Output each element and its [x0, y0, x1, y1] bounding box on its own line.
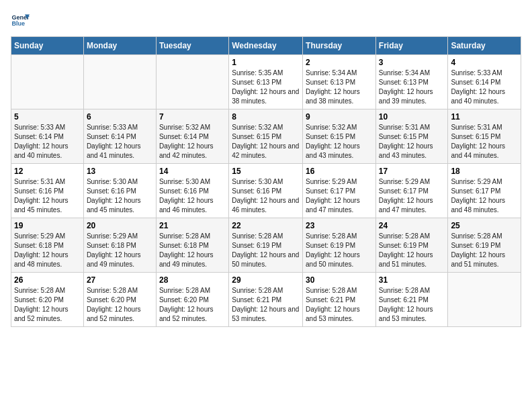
day-info: Sunrise: 5:30 AMSunset: 6:16 PMDaylight:…	[232, 177, 300, 215]
day-number: 6	[87, 112, 153, 122]
day-info: Sunrise: 5:32 AMSunset: 6:15 PMDaylight:…	[306, 123, 373, 161]
day-number: 10	[379, 112, 445, 122]
day-number: 3	[379, 58, 445, 67]
logo: General Blue	[11, 11, 32, 30]
day-header: Sunday	[11, 37, 84, 55]
day-info: Sunrise: 5:28 AMSunset: 6:21 PMDaylight:…	[232, 286, 300, 324]
calendar-cell: 25Sunrise: 5:28 AMSunset: 6:19 PMDayligh…	[448, 218, 521, 273]
calendar-cell: 14Sunrise: 5:30 AMSunset: 6:16 PMDayligh…	[156, 164, 228, 218]
svg-text:Blue: Blue	[11, 20, 25, 27]
calendar-cell: 1Sunrise: 5:35 AMSunset: 6:13 PMDaylight…	[229, 55, 303, 109]
day-info: Sunrise: 5:34 AMSunset: 6:13 PMDaylight:…	[379, 68, 445, 106]
calendar-cell: 22Sunrise: 5:28 AMSunset: 6:19 PMDayligh…	[229, 218, 303, 273]
calendar-week-row: 12Sunrise: 5:31 AMSunset: 6:16 PMDayligh…	[11, 164, 521, 218]
calendar-cell: 18Sunrise: 5:29 AMSunset: 6:17 PMDayligh…	[448, 164, 521, 218]
day-number: 2	[306, 58, 373, 67]
calendar-week-row: 5Sunrise: 5:33 AMSunset: 6:14 PMDaylight…	[11, 109, 521, 164]
calendar-cell: 15Sunrise: 5:30 AMSunset: 6:16 PMDayligh…	[229, 164, 303, 218]
header-row: SundayMondayTuesdayWednesdayThursdayFrid…	[11, 37, 521, 55]
day-number: 22	[232, 221, 300, 230]
day-number: 4	[451, 58, 518, 67]
day-number: 12	[14, 167, 81, 176]
calendar-cell: 17Sunrise: 5:29 AMSunset: 6:17 PMDayligh…	[375, 164, 448, 218]
calendar-cell: 20Sunrise: 5:29 AMSunset: 6:18 PMDayligh…	[83, 218, 156, 273]
day-number: 18	[451, 167, 518, 176]
calendar-cell: 6Sunrise: 5:33 AMSunset: 6:14 PMDaylight…	[83, 109, 156, 164]
day-header: Monday	[83, 37, 156, 55]
day-number: 7	[159, 112, 226, 122]
day-header: Tuesday	[156, 37, 228, 55]
calendar-cell: 4Sunrise: 5:33 AMSunset: 6:14 PMDaylight…	[448, 55, 521, 109]
day-number: 20	[87, 221, 153, 230]
calendar-cell: 5Sunrise: 5:33 AMSunset: 6:14 PMDaylight…	[11, 109, 84, 164]
calendar-cell	[11, 55, 84, 109]
calendar-cell: 3Sunrise: 5:34 AMSunset: 6:13 PMDaylight…	[375, 55, 448, 109]
day-number: 9	[306, 112, 373, 122]
day-number: 1	[232, 58, 300, 67]
day-number: 16	[306, 167, 373, 176]
day-info: Sunrise: 5:28 AMSunset: 6:20 PMDaylight:…	[87, 286, 153, 324]
day-number: 15	[232, 167, 300, 176]
calendar-cell: 10Sunrise: 5:31 AMSunset: 6:15 PMDayligh…	[375, 109, 448, 164]
calendar-week-row: 1Sunrise: 5:35 AMSunset: 6:13 PMDaylight…	[11, 55, 521, 109]
calendar-cell: 12Sunrise: 5:31 AMSunset: 6:16 PMDayligh…	[11, 164, 84, 218]
calendar-cell: 23Sunrise: 5:28 AMSunset: 6:19 PMDayligh…	[303, 218, 376, 273]
day-info: Sunrise: 5:31 AMSunset: 6:16 PMDaylight:…	[14, 177, 81, 215]
calendar-cell: 27Sunrise: 5:28 AMSunset: 6:20 PMDayligh…	[83, 273, 156, 327]
day-info: Sunrise: 5:33 AMSunset: 6:14 PMDaylight:…	[14, 123, 81, 161]
day-info: Sunrise: 5:31 AMSunset: 6:15 PMDaylight:…	[451, 123, 518, 161]
day-info: Sunrise: 5:29 AMSunset: 6:17 PMDaylight:…	[451, 177, 518, 215]
day-header: Wednesday	[229, 37, 303, 55]
day-number: 24	[379, 221, 445, 230]
page-header: General Blue	[11, 11, 521, 30]
day-number: 14	[159, 167, 226, 176]
day-number: 8	[232, 112, 300, 122]
day-number: 11	[451, 112, 518, 122]
day-number: 21	[159, 221, 226, 230]
calendar-cell: 24Sunrise: 5:28 AMSunset: 6:19 PMDayligh…	[375, 218, 448, 273]
day-info: Sunrise: 5:28 AMSunset: 6:19 PMDaylight:…	[451, 232, 518, 269]
day-number: 5	[14, 112, 81, 122]
calendar-table: SundayMondayTuesdayWednesdayThursdayFrid…	[11, 36, 521, 327]
day-header: Saturday	[448, 37, 521, 55]
day-info: Sunrise: 5:32 AMSunset: 6:14 PMDaylight:…	[159, 123, 226, 161]
day-number: 29	[232, 275, 300, 285]
day-info: Sunrise: 5:31 AMSunset: 6:15 PMDaylight:…	[379, 123, 445, 161]
day-info: Sunrise: 5:29 AMSunset: 6:17 PMDaylight:…	[379, 177, 445, 215]
day-header: Friday	[375, 37, 448, 55]
calendar-cell	[156, 55, 228, 109]
day-info: Sunrise: 5:34 AMSunset: 6:13 PMDaylight:…	[306, 68, 373, 106]
calendar-cell: 31Sunrise: 5:28 AMSunset: 6:21 PMDayligh…	[375, 273, 448, 327]
calendar-cell: 19Sunrise: 5:29 AMSunset: 6:18 PMDayligh…	[11, 218, 84, 273]
calendar-cell: 29Sunrise: 5:28 AMSunset: 6:21 PMDayligh…	[229, 273, 303, 327]
calendar-cell: 21Sunrise: 5:28 AMSunset: 6:18 PMDayligh…	[156, 218, 228, 273]
calendar-cell	[448, 273, 521, 327]
logo-icon: General Blue	[11, 11, 30, 30]
calendar-cell: 7Sunrise: 5:32 AMSunset: 6:14 PMDaylight…	[156, 109, 228, 164]
day-info: Sunrise: 5:33 AMSunset: 6:14 PMDaylight:…	[451, 68, 518, 106]
calendar-cell: 11Sunrise: 5:31 AMSunset: 6:15 PMDayligh…	[448, 109, 521, 164]
day-info: Sunrise: 5:32 AMSunset: 6:15 PMDaylight:…	[232, 123, 300, 161]
day-info: Sunrise: 5:28 AMSunset: 6:19 PMDaylight:…	[379, 232, 445, 269]
day-info: Sunrise: 5:28 AMSunset: 6:18 PMDaylight:…	[159, 232, 226, 269]
day-number: 25	[451, 221, 518, 230]
calendar-cell: 28Sunrise: 5:28 AMSunset: 6:20 PMDayligh…	[156, 273, 228, 327]
day-number: 23	[306, 221, 373, 230]
day-number: 31	[379, 275, 445, 285]
day-info: Sunrise: 5:28 AMSunset: 6:20 PMDaylight:…	[14, 286, 81, 324]
day-info: Sunrise: 5:28 AMSunset: 6:19 PMDaylight:…	[306, 232, 373, 269]
calendar-week-row: 19Sunrise: 5:29 AMSunset: 6:18 PMDayligh…	[11, 218, 521, 273]
calendar-week-row: 26Sunrise: 5:28 AMSunset: 6:20 PMDayligh…	[11, 273, 521, 327]
day-info: Sunrise: 5:29 AMSunset: 6:17 PMDaylight:…	[306, 177, 373, 215]
calendar-cell: 26Sunrise: 5:28 AMSunset: 6:20 PMDayligh…	[11, 273, 84, 327]
day-header: Thursday	[303, 37, 376, 55]
calendar-cell: 8Sunrise: 5:32 AMSunset: 6:15 PMDaylight…	[229, 109, 303, 164]
day-number: 30	[306, 275, 373, 285]
day-info: Sunrise: 5:28 AMSunset: 6:21 PMDaylight:…	[379, 286, 445, 324]
day-info: Sunrise: 5:29 AMSunset: 6:18 PMDaylight:…	[87, 232, 153, 269]
day-info: Sunrise: 5:35 AMSunset: 6:13 PMDaylight:…	[232, 68, 300, 106]
day-number: 13	[87, 167, 153, 176]
day-info: Sunrise: 5:28 AMSunset: 6:20 PMDaylight:…	[159, 286, 226, 324]
day-number: 27	[87, 275, 153, 285]
calendar-cell	[83, 55, 156, 109]
